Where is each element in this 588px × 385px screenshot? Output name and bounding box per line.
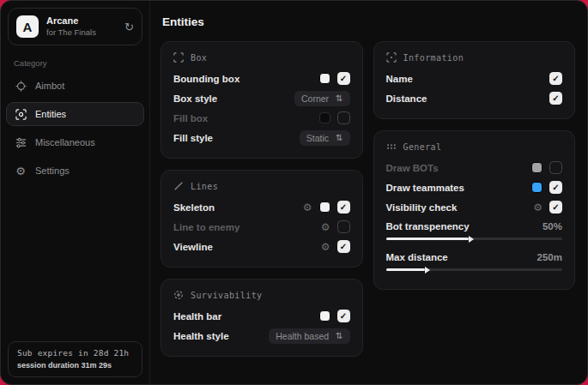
fill-style-dropdown[interactable]: Static ⇅	[300, 130, 350, 146]
general-card: General Draw BOTs Draw teammates	[373, 130, 576, 290]
setting-row-max-distance: Max distance 250m	[386, 248, 563, 266]
setting-row-health-bar: Health bar	[173, 306, 350, 326]
brand-card: A Arcane for The Finals ↻	[8, 8, 142, 45]
checkbox[interactable]	[549, 201, 562, 214]
dropdown-value: Static	[306, 133, 329, 143]
page-title: Entities	[162, 15, 575, 28]
lines-card: Lines Skeleton ⚙ Line to enemy ⚙	[161, 170, 363, 268]
checkbox[interactable]	[337, 220, 350, 233]
sidebar-item-label: Settings	[35, 165, 70, 176]
box-corners-icon	[173, 52, 184, 63]
sidebar-item-label: Entities	[35, 109, 66, 119]
setting-row-visibility-check: Visibility check ⚙	[386, 197, 563, 217]
setting-row-draw-teammates: Draw teammates	[386, 177, 563, 197]
gear-icon: ⚙	[15, 165, 27, 177]
color-swatch[interactable]	[319, 202, 330, 213]
setting-label: Fill box	[173, 113, 208, 123]
sidebar-nav: Aimbot Entities Miscellaneous	[1, 74, 149, 183]
crosshair-icon	[15, 80, 27, 92]
setting-label: Draw BOTs	[386, 163, 439, 173]
checkbox[interactable]	[337, 111, 350, 124]
setting-label: Max distance	[386, 252, 448, 262]
setting-row-distance: Distance	[386, 88, 563, 108]
setting-row-bounding-box: Bounding box	[173, 69, 350, 88]
select-arrows-icon: ⇅	[336, 332, 342, 340]
lines-card-header: Lines	[173, 181, 350, 191]
session-duration-text: session duration 31m 29s	[17, 361, 133, 370]
sidebar-item-entities[interactable]: Entities	[6, 102, 144, 126]
left-column: Box Bounding box Box style Corner ⇅	[161, 41, 363, 357]
setting-label: Distance	[386, 93, 427, 104]
setting-label: Bot transpenency	[386, 221, 470, 232]
checkbox[interactable]	[337, 201, 350, 214]
select-arrows-icon: ⇅	[336, 134, 342, 142]
health-icon	[173, 290, 184, 300]
sidebar-item-label: Miscellaneous	[35, 137, 95, 147]
setting-row-line-to-enemy: Line to enemy ⚙	[173, 217, 350, 237]
health-style-dropdown[interactable]: Health based ⇅	[269, 328, 349, 344]
brand-text: Arcane for The Finals	[46, 15, 117, 38]
sidebar-item-settings[interactable]: ⚙ Settings	[6, 159, 144, 183]
gear-icon[interactable]: ⚙	[303, 202, 312, 213]
checkbox[interactable]	[549, 161, 562, 174]
setting-row-name: Name	[386, 69, 563, 88]
color-swatch[interactable]	[531, 182, 543, 193]
checkbox[interactable]	[337, 240, 350, 253]
checkbox[interactable]	[549, 181, 562, 194]
general-card-header: General	[386, 141, 563, 152]
entities-scan-icon	[15, 108, 27, 120]
setting-row-fill-style: Fill style Static ⇅	[173, 128, 350, 147]
box-style-dropdown[interactable]: Corner ⇅	[294, 91, 350, 106]
card-title: Information	[403, 53, 464, 63]
card-title: Box	[191, 53, 207, 63]
checkbox[interactable]	[337, 72, 350, 85]
setting-label: Visibility check	[386, 202, 458, 213]
card-title: Survivability	[191, 291, 262, 300]
bot-transparency-slider[interactable]	[386, 238, 563, 240]
checkbox[interactable]	[337, 310, 350, 322]
slider-value: 250m	[537, 252, 562, 262]
gear-icon[interactable]: ⚙	[533, 202, 543, 213]
right-column: Information Name Distance	[373, 41, 576, 357]
select-arrows-icon: ⇅	[336, 94, 342, 103]
info-scan-icon	[386, 52, 397, 63]
box-card: Box Bounding box Box style Corner ⇅	[161, 41, 363, 159]
slider-fill	[386, 238, 470, 240]
gear-icon[interactable]: ⚙	[321, 222, 330, 232]
sliders-icon	[15, 136, 27, 148]
information-card: Information Name Distance	[373, 41, 576, 119]
grid-dots-icon	[386, 141, 397, 152]
subscription-info: Sub expires in 28d 21h session duration …	[8, 341, 142, 377]
survivability-card-header: Survivability	[173, 290, 350, 300]
slider-fill	[386, 268, 425, 271]
information-card-header: Information	[386, 52, 563, 63]
sidebar-item-aimbot[interactable]: Aimbot	[6, 74, 144, 98]
setting-label: Skeleton	[173, 202, 215, 213]
color-swatch[interactable]	[319, 112, 330, 123]
checkbox[interactable]	[549, 92, 562, 105]
sidebar: A Arcane for The Finals ↻ Category Aimbo…	[1, 1, 150, 384]
survivability-card: Survivability Health bar Health style He…	[161, 279, 363, 357]
refresh-icon[interactable]: ↻	[124, 21, 134, 33]
app-subtitle: for The Finals	[46, 28, 117, 38]
max-distance-slider[interactable]	[386, 268, 563, 271]
setting-label: Fill style	[173, 133, 213, 143]
main-content: Entities Box Bounding box	[150, 1, 587, 384]
setting-label: Health style	[173, 331, 229, 341]
color-swatch[interactable]	[319, 310, 330, 322]
sidebar-item-miscellaneous[interactable]: Miscellaneous	[6, 130, 144, 154]
setting-label: Bounding box	[173, 74, 239, 84]
sub-expiry-text: Sub expires in 28d 21h	[17, 348, 133, 358]
setting-label: Viewline	[173, 242, 213, 252]
setting-row-skeleton: Skeleton ⚙	[173, 197, 350, 217]
checkbox[interactable]	[549, 72, 562, 85]
gear-icon[interactable]: ⚙	[321, 242, 330, 252]
color-swatch[interactable]	[319, 73, 330, 84]
setting-row-draw-bots: Draw BOTs	[386, 158, 563, 177]
color-swatch[interactable]	[531, 162, 543, 173]
sidebar-spacer	[1, 183, 149, 341]
setting-row-health-style: Health style Health based ⇅	[173, 326, 350, 346]
dropdown-value: Corner	[301, 93, 329, 104]
setting-label: Health bar	[173, 311, 221, 322]
slider-value: 50%	[543, 221, 562, 232]
